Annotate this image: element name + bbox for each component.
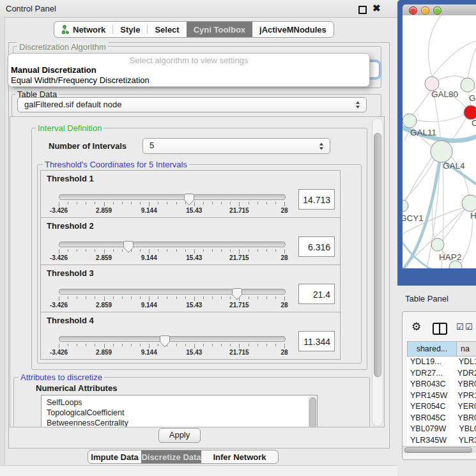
horizontal-scrollbar[interactable] <box>403 446 476 453</box>
tick-mark <box>212 296 213 299</box>
threshold-slider-track[interactable] <box>59 194 286 200</box>
list-item[interactable]: TopologicalCoefficient <box>42 408 317 418</box>
zoom-traffic-light[interactable] <box>433 6 441 15</box>
network-canvas[interactable]: GAL80GACGAL11GAL4GCY1HHAP2 <box>403 15 476 268</box>
columns-icon[interactable] <box>433 323 447 335</box>
tick-mark <box>59 344 59 348</box>
numerical-attributes-label: Numerical Attributes <box>36 383 117 393</box>
popup-option-equal-width-frequency[interactable]: Equal Width/Frequency Discretization <box>11 75 150 85</box>
slider-thumb[interactable] <box>160 335 170 348</box>
table-data-combobox[interactable]: galFiltered.sif default node <box>17 97 367 112</box>
panel-edge-strip <box>0 17 5 476</box>
tick-label: 9.144 <box>141 349 157 356</box>
gear-icon[interactable]: ⚙ <box>411 320 421 334</box>
vertical-scrollbar[interactable] <box>372 118 383 426</box>
threshold-slider-track[interactable] <box>59 242 286 247</box>
tick-label: 15.43 <box>186 302 202 309</box>
table-row[interactable]: YER054CYER0 <box>407 401 476 413</box>
list-item[interactable]: BetweennessCentrality <box>42 418 317 427</box>
tick-label: -3.426 <box>50 207 68 214</box>
threshold-label: Threshold 2 <box>47 221 94 231</box>
tab-discretize-data[interactable]: Discretize Data <box>141 450 201 463</box>
tick-label: 15.43 <box>186 207 202 214</box>
tab-infer-network[interactable]: Infer Network <box>201 450 278 463</box>
float-window-icon[interactable] <box>358 6 367 14</box>
horizontal-scrollbar-thumb[interactable] <box>404 447 472 453</box>
node-gal11[interactable] <box>403 114 417 128</box>
vertical-scrollbar-thumb[interactable] <box>374 133 381 377</box>
node-top-right[interactable] <box>461 78 475 92</box>
tab-select[interactable]: Select <box>148 22 186 37</box>
threshold-panel: Threshold 2-3.4262.8599.14415.4321.71528… <box>40 217 341 265</box>
network-window-titlebar[interactable] <box>403 4 476 15</box>
table-row[interactable]: YBL079WYBL0 <box>407 424 476 435</box>
tab-cyni-toolbox[interactable]: Cyni Toolbox <box>187 22 252 37</box>
node-right-mid[interactable] <box>462 195 476 211</box>
tick-mark <box>257 249 258 252</box>
slider-ticks <box>41 344 340 349</box>
tick-mark <box>95 202 95 204</box>
tab-jactivemnodules[interactable]: jActiveMNodules <box>252 22 334 37</box>
number-of-intervals-combobox[interactable]: 5 <box>142 138 330 154</box>
tick-mark <box>249 202 249 204</box>
list-scrollbar-thumb[interactable] <box>309 397 316 427</box>
app-root: Control Panel ✖ Network Style Select Cyn… <box>0 0 476 476</box>
control-panel-tabbar: Network Style Select Cyni Toolbox jActiv… <box>54 21 334 38</box>
threshold-slider-track[interactable] <box>59 336 286 342</box>
table-cell: YBR043C <box>407 379 452 390</box>
threshold-value-field[interactable]: 21.4 <box>298 284 335 304</box>
list-scrollbar[interactable] <box>308 396 316 427</box>
tick-mark <box>86 344 86 346</box>
column-header-name[interactable]: na <box>457 341 476 357</box>
network-node-label: GAL11 <box>410 128 436 137</box>
tick-mark <box>257 296 258 299</box>
tick-mark <box>203 296 204 299</box>
tick-mark <box>113 249 114 252</box>
apply-button[interactable]: Apply <box>158 428 201 443</box>
node-gal4[interactable] <box>431 141 452 162</box>
node-hap2[interactable] <box>431 238 444 251</box>
table-row[interactable]: YBR043CYBR0 <box>407 379 476 390</box>
threshold-value-field[interactable]: 6.316 <box>298 236 335 257</box>
table-row[interactable]: YLR345WYLR3 <box>407 435 476 447</box>
popup-option-manual-discretization[interactable]: Manual Discretization <box>11 65 96 75</box>
tab-style[interactable]: Style <box>113 22 147 37</box>
slider-thumb[interactable] <box>123 241 134 253</box>
close-icon[interactable]: ✖ <box>372 3 381 14</box>
tick-mark <box>203 202 204 204</box>
cyni-bottom-tabbar: Impute Data Discretize Data Infer Networ… <box>88 450 279 464</box>
node-gcy1[interactable] <box>403 200 408 211</box>
threshold-value-field[interactable]: 11.344 <box>298 331 335 351</box>
checkbox-checked-icon[interactable]: ☑ <box>456 322 464 332</box>
minimize-traffic-light[interactable] <box>421 6 429 15</box>
tick-mark <box>249 296 249 299</box>
close-traffic-light[interactable] <box>409 6 417 15</box>
tick-mark <box>266 202 267 204</box>
list-item[interactable]: SelfLoops <box>42 397 317 408</box>
slider-thumb[interactable] <box>184 194 194 206</box>
tick-mark <box>167 249 167 252</box>
threshold-slider-track[interactable] <box>59 289 286 295</box>
table-row[interactable]: YPR145WYPR1 <box>407 390 476 402</box>
slider-thumb[interactable] <box>232 288 242 300</box>
node-red[interactable] <box>464 105 476 119</box>
algorithm-dropdown-popup: Select algorithm to view settings Manual… <box>8 53 370 87</box>
numerical-attributes-list[interactable]: SelfLoops TopologicalCoefficient Between… <box>41 395 318 427</box>
table-row[interactable]: YDR27...YDR2 <box>407 368 476 380</box>
network-edge <box>428 15 441 77</box>
tick-mark <box>239 202 240 206</box>
tick-mark <box>149 296 150 301</box>
tab-impute-data[interactable]: Impute Data <box>88 450 141 463</box>
checkbox-checked-icon[interactable]: ☑ <box>465 322 473 332</box>
table-row[interactable]: YBR045CYBR0 <box>407 413 476 424</box>
table-row[interactable]: YDL19...YDL1 <box>407 357 476 368</box>
tick-mark <box>104 296 105 301</box>
table-cell: YDL1 <box>454 357 476 368</box>
threshold-value-field[interactable]: 14.713 <box>298 189 335 210</box>
table-cell: YBR0 <box>452 413 476 424</box>
tab-network[interactable]: Network <box>54 22 112 37</box>
tick-mark <box>140 202 141 204</box>
column-header-shared-name[interactable]: shared... <box>407 341 457 357</box>
tick-mark <box>221 344 222 346</box>
node-gal80[interactable] <box>425 77 439 91</box>
